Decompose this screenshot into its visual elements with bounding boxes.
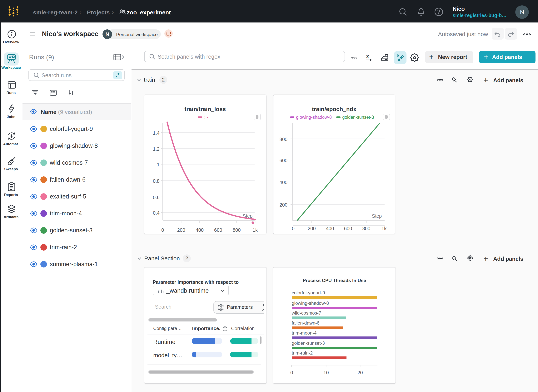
svg-text:200: 200 [177,227,185,233]
svg-text:1: 1 [157,162,160,167]
svg-text:0.8: 0.8 [153,178,160,184]
svg-text:800: 800 [362,226,370,231]
svg-text:800: 800 [279,137,288,142]
svg-text:fallen-dawn-6: fallen-dawn-6 [292,320,319,326]
svg-text:20: 20 [358,370,363,375]
svg-text:Step: Step [372,213,382,219]
svg-text:train/epoch_ndx: train/epoch_ndx [312,106,356,112]
svg-text:400: 400 [279,180,288,185]
svg-text:golden-sunset-3: golden-sunset-3 [342,115,374,120]
svg-text:10: 10 [323,370,329,375]
svg-text:0: 0 [290,370,293,375]
svg-text:0.6: 0.6 [153,195,160,200]
svg-text:golden-sunset-3: golden-sunset-3 [292,341,325,346]
svg-text:colorful-yogurt-9: colorful-yogurt-9 [292,290,325,295]
svg-text:wild-cosmos-7: wild-cosmos-7 [292,310,321,316]
svg-text:400: 400 [196,227,204,233]
svg-text:train/train_loss: train/train_loss [184,106,226,112]
svg-text:200: 200 [308,226,316,231]
svg-text:trim-rain-2: trim-rain-2 [292,350,313,355]
svg-text:1.4: 1.4 [153,130,160,136]
svg-text:0: 0 [161,227,164,233]
svg-text:200: 200 [279,202,288,208]
svg-text:600: 600 [214,227,222,233]
svg-text:glowing-shadow-8: glowing-shadow-8 [296,115,332,120]
svg-text:1.2: 1.2 [153,146,160,152]
svg-text:600: 600 [344,226,352,231]
svg-text:trim-moon-4: trim-moon-4 [292,330,316,336]
svg-text:800: 800 [233,227,241,233]
svg-text:600: 600 [279,158,288,163]
svg-text:400: 400 [326,226,334,231]
svg-text:1k: 1k [382,226,387,231]
svg-text:0: 0 [292,226,295,231]
svg-text:: -: : - [204,115,208,120]
svg-text:0.4: 0.4 [153,210,160,216]
svg-text:glowing-shadow-8: glowing-shadow-8 [292,301,329,306]
svg-text:1k: 1k [253,227,258,233]
svg-text:Process CPU Threads In Use: Process CPU Threads In Use [303,278,366,283]
